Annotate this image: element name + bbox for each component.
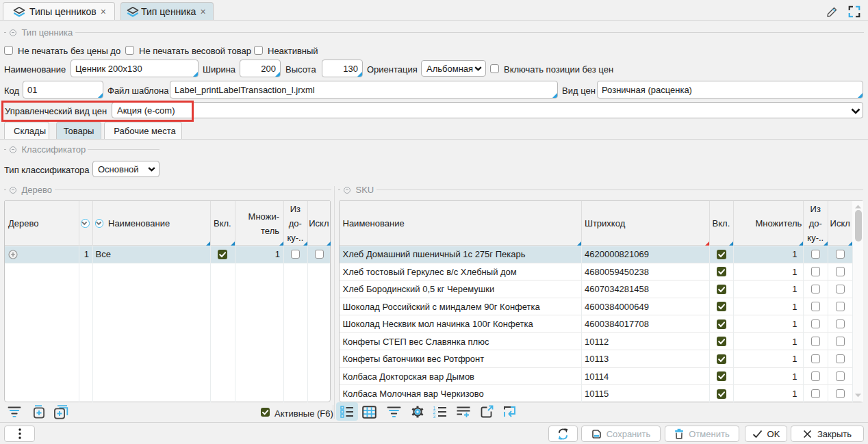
svg-text:3: 3 (433, 414, 436, 419)
